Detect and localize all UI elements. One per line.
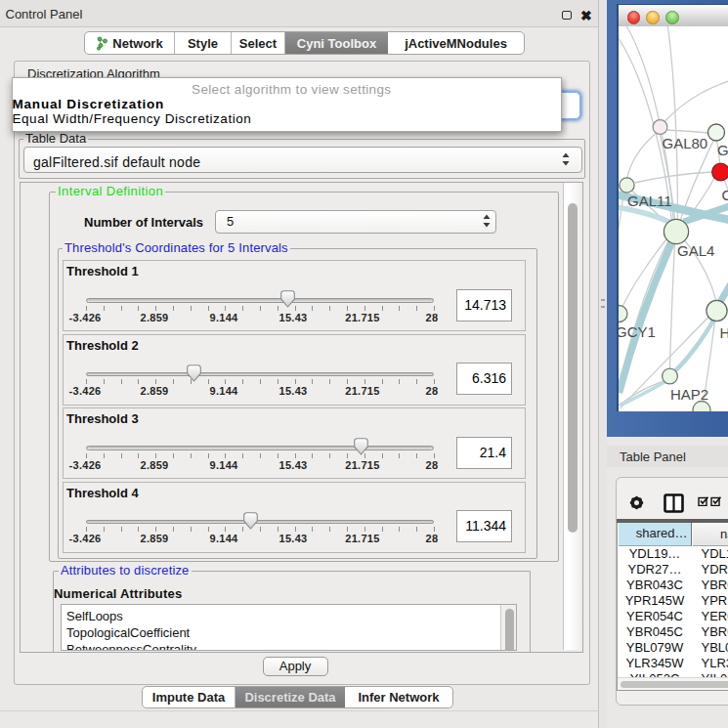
svg-text:GCY1: GCY1 xyxy=(619,323,656,340)
svg-text:GAL11: GAL11 xyxy=(627,193,672,209)
svg-text:GAL4: GAL4 xyxy=(677,242,714,259)
svg-text:C: C xyxy=(721,187,728,203)
svg-text:HAP2: HAP2 xyxy=(670,386,708,403)
svg-text:GAL80: GAL80 xyxy=(662,135,707,151)
svg-text:H: H xyxy=(719,324,728,341)
svg-text:GA: GA xyxy=(717,142,728,158)
